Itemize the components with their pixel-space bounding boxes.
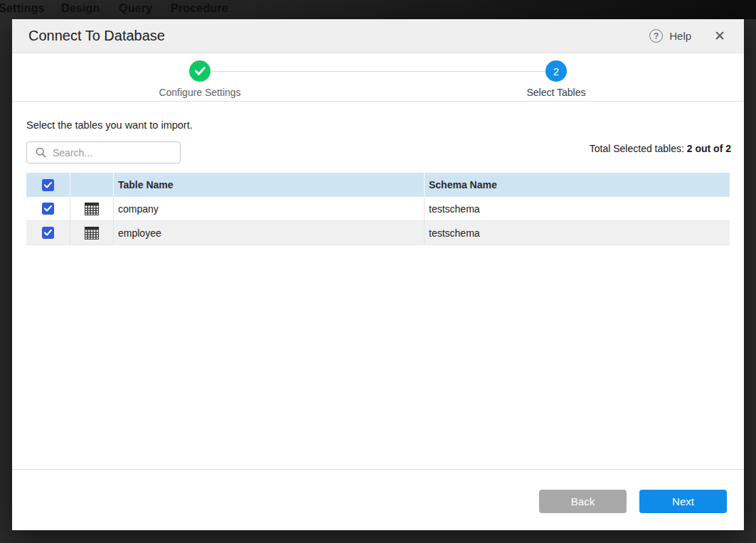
row-checkbox[interactable]	[42, 203, 54, 215]
check-icon	[44, 205, 52, 212]
schema-name-cell: testschema	[425, 197, 730, 220]
background-app-menubar: Settings Design Query Procedure	[0, 0, 756, 19]
instruction-text: Select the tables you want to import.	[26, 119, 193, 131]
help-label: Help	[669, 30, 691, 42]
tables-list: Table Name Schema Name	[26, 173, 730, 245]
step-2-indicator: 2	[545, 60, 567, 82]
step-1-label: Configure Settings	[122, 87, 278, 98]
search-input[interactable]	[53, 147, 166, 158]
icon-column-header	[70, 173, 114, 197]
wizard-stepper: 2 Configure Settings Select Tables	[12, 54, 744, 102]
row-checkbox[interactable]	[42, 227, 54, 239]
selection-summary-prefix: Total Selected tables:	[590, 143, 687, 154]
table-row[interactable]: company testschema	[26, 197, 730, 221]
table-row[interactable]: employee testschema	[26, 221, 730, 245]
table-header-row: Table Name Schema Name	[26, 173, 730, 197]
select-all-checkbox[interactable]	[42, 179, 54, 191]
bg-menu-design[interactable]: Design	[61, 2, 100, 15]
back-button[interactable]: Back	[539, 490, 627, 513]
dialog-title: Connect To Database	[28, 28, 165, 44]
dialog-footer: Back Next	[12, 469, 744, 530]
stepper-connector-line	[200, 71, 556, 72]
table-name-cell: company	[114, 197, 425, 220]
connect-to-database-dialog: Connect To Database ? Help ✕ 2 Configure…	[12, 19, 744, 530]
step-2-label: Select Tables	[478, 87, 634, 98]
check-icon	[195, 67, 206, 75]
next-button[interactable]: Next	[639, 490, 727, 513]
check-icon	[44, 230, 52, 236]
schema-name-cell: testschema	[425, 221, 730, 244]
bg-menu-settings[interactable]: Settings	[0, 2, 45, 15]
help-icon: ?	[649, 29, 663, 43]
table-search-box[interactable]	[26, 141, 181, 163]
selection-summary-count: 2 out of 2	[687, 143, 731, 154]
table-grid-icon	[85, 203, 99, 215]
bg-menu-query[interactable]: Query	[119, 2, 152, 15]
help-button[interactable]: ? Help	[649, 29, 691, 43]
table-grid-icon	[85, 227, 99, 240]
close-icon[interactable]: ✕	[714, 29, 725, 43]
check-icon	[44, 182, 52, 188]
step-1-complete-indicator	[189, 60, 211, 82]
bg-menu-procedure[interactable]: Procedure	[171, 2, 228, 15]
step-2-number: 2	[553, 65, 559, 77]
selection-summary: Total Selected tables: 2 out of 2	[590, 143, 731, 154]
table-name-cell: employee	[114, 221, 425, 244]
search-icon	[36, 147, 46, 158]
column-header-table-name[interactable]: Table Name	[114, 173, 425, 197]
column-header-schema-name[interactable]: Schema Name	[425, 173, 730, 197]
dialog-header: Connect To Database ? Help ✕	[12, 19, 744, 53]
